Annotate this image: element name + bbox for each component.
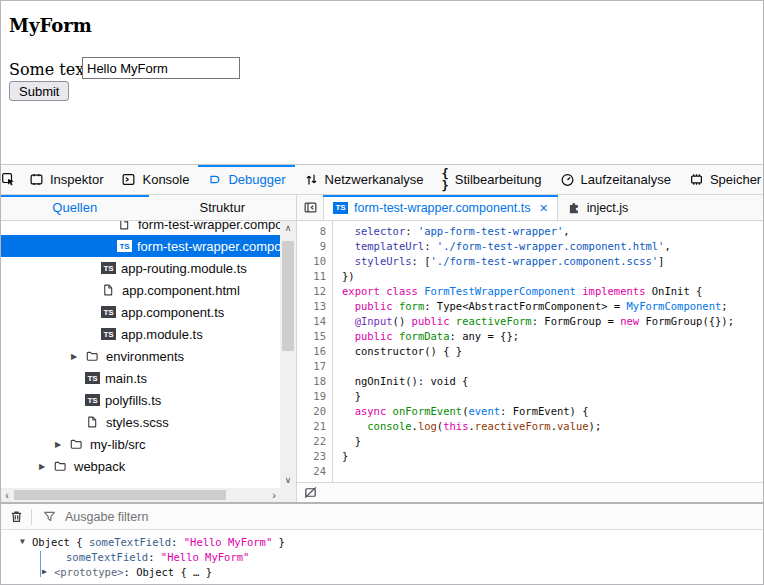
expand-arrow-icon[interactable]: ▶: [39, 462, 53, 471]
tab-label: Debugger: [228, 172, 285, 187]
tab-laufzeitanalyse[interactable]: Laufzeitanalyse: [551, 165, 680, 194]
tree-item[interactable]: TSmain.ts: [1, 367, 280, 389]
tree-item[interactable]: TSform-test-wrapper.component.ts: [1, 235, 280, 257]
sources-tab-quellen[interactable]: Quellen: [1, 195, 149, 220]
tree-vertical-scrollbar[interactable]: ∧ ∨: [280, 221, 296, 488]
code-line[interactable]: 22 }: [297, 434, 763, 449]
scroll-down-icon[interactable]: ∨: [280, 476, 296, 485]
pick-element-icon: [1, 172, 16, 187]
code-line[interactable]: 15 public formData: any = {};: [297, 329, 763, 344]
horizontal-scroll-thumb[interactable]: [14, 490, 226, 500]
tree-item[interactable]: ▶environments: [1, 345, 280, 367]
code-text: console.log(this.reactiveForm.value);: [332, 419, 601, 434]
code-text: public form: Type<AbstractFormComponent>…: [332, 299, 728, 314]
expand-arrow-icon[interactable]: ▶: [55, 440, 69, 449]
tab-inspektor[interactable]: Inspektor: [20, 165, 112, 194]
expand-arrow-icon[interactable]: ▶: [71, 352, 85, 361]
collapse-sources-panel-button[interactable]: [297, 195, 323, 220]
submit-button[interactable]: Submit: [9, 81, 69, 101]
tree-item[interactable]: TSapp.component.ts: [1, 301, 280, 323]
code-line[interactable]: 10 styleUrls: ['./form-test-wrapper.comp…: [297, 254, 763, 269]
line-number[interactable]: 20: [297, 404, 332, 419]
code-text: selector: 'app-form-test-wrapper',: [332, 224, 570, 239]
console-filter-input[interactable]: [63, 509, 307, 525]
source-editor: TSform-test-wrapper.component.ts×inject.…: [297, 195, 763, 502]
scroll-left-icon[interactable]: ‹: [1, 488, 13, 502]
code-line[interactable]: 13 public form: Type<AbstractFormCompone…: [297, 299, 763, 314]
vertical-scroll-thumb[interactable]: [282, 241, 294, 351]
line-number[interactable]: 23: [297, 449, 332, 464]
code-line[interactable]: 12export class FormTestWrapperComponent …: [297, 284, 763, 299]
tab-konsole[interactable]: Konsole: [112, 165, 198, 194]
line-number[interactable]: 12: [297, 284, 332, 299]
tree-horizontal-scrollbar[interactable]: ‹ ›: [1, 488, 280, 502]
code-line[interactable]: 17: [297, 359, 763, 374]
trash-icon: [9, 509, 24, 524]
line-number[interactable]: 21: [297, 419, 332, 434]
pick-element-button[interactable]: [1, 165, 16, 194]
code-line[interactable]: 9 templateUrl: './form-test-wrapper.comp…: [297, 239, 763, 254]
typescript-badge-icon: TS: [85, 372, 100, 384]
tree-item[interactable]: ▶my-lib/src: [1, 433, 280, 455]
line-number[interactable]: 10: [297, 254, 332, 269]
code-line[interactable]: 16 constructor() { }: [297, 344, 763, 359]
code-line[interactable]: 11}): [297, 269, 763, 284]
tab-label: Inspektor: [50, 172, 103, 187]
tab-speicher[interactable]: Speicher: [680, 165, 764, 194]
line-number[interactable]: 8: [297, 224, 332, 239]
scroll-up-icon[interactable]: ∧: [280, 224, 296, 233]
line-number[interactable]: 11: [297, 269, 332, 284]
code-line[interactable]: 21 console.log(this.reactiveForm.value);: [297, 419, 763, 434]
tree-item[interactable]: styles.scss: [1, 411, 280, 433]
clear-console-button[interactable]: [1, 509, 31, 524]
code-view[interactable]: 8 selector: 'app-form-test-wrapper',9 te…: [297, 221, 763, 482]
tree-item[interactable]: TSpolyfills.ts: [1, 389, 280, 411]
code-line[interactable]: 20 async onFormEvent(event: FormEvent) {: [297, 404, 763, 419]
tab-label: Struktur: [199, 200, 245, 215]
console-log-row[interactable]: ▶<prototype>: Object { … }: [1, 564, 763, 579]
scroll-right-icon[interactable]: ›: [268, 488, 280, 502]
expand-arrow-icon[interactable]: ▼: [20, 537, 32, 546]
line-number[interactable]: 9: [297, 239, 332, 254]
tree-item-label: app.component.ts: [121, 305, 224, 320]
line-number[interactable]: 16: [297, 344, 332, 359]
line-number[interactable]: 14: [297, 314, 332, 329]
line-number[interactable]: 18: [297, 374, 332, 389]
code-line[interactable]: 14 @Input() public reactiveForm: FormGro…: [297, 314, 763, 329]
tab-debugger[interactable]: Debugger: [198, 165, 294, 194]
sources-tab-struktur[interactable]: Struktur: [149, 195, 297, 220]
expand-arrow-icon[interactable]: ▶: [42, 567, 54, 576]
file-icon: [85, 415, 101, 429]
line-number[interactable]: 24: [297, 464, 332, 479]
tab-stilbearbeitung[interactable]: { }Stilbearbeitung: [433, 165, 551, 194]
tab-netzwerkanalyse[interactable]: Netzwerkanalyse: [295, 165, 433, 194]
tree-item[interactable]: app.component.html: [1, 279, 280, 301]
tree-item[interactable]: ▶webpack: [1, 455, 280, 477]
panel-toggle-icon: [303, 200, 318, 215]
line-number[interactable]: 15: [297, 329, 332, 344]
tree-item[interactable]: TSapp-routing.module.ts: [1, 257, 280, 279]
tree-item[interactable]: TSapp.module.ts: [1, 323, 280, 345]
console-log-row[interactable]: someTextField: "Hello MyForm": [1, 549, 763, 564]
blackbox-source-button[interactable]: [303, 485, 318, 500]
line-number[interactable]: 13: [297, 299, 332, 314]
some-text-input[interactable]: [82, 57, 240, 79]
tree-item[interactable]: form-test-wrapper.component.html: [1, 221, 280, 235]
line-number[interactable]: 19: [297, 389, 332, 404]
editor-tab[interactable]: inject.js: [558, 195, 638, 220]
code-line[interactable]: 19 }: [297, 389, 763, 404]
editor-tab[interactable]: TSform-test-wrapper.component.ts×: [323, 195, 558, 220]
code-line[interactable]: 18 ngOnInit(): void {: [297, 374, 763, 389]
code-line[interactable]: 8 selector: 'app-form-test-wrapper',: [297, 224, 763, 239]
close-tab-icon[interactable]: ×: [539, 200, 547, 216]
console-log-row[interactable]: ▼Object { someTextField: "Hello MyForm" …: [1, 534, 763, 549]
line-number[interactable]: 17: [297, 359, 332, 374]
typescript-badge-icon: TS: [117, 240, 132, 252]
code-line[interactable]: 23}: [297, 449, 763, 464]
code-text: }: [332, 434, 361, 449]
tree-item-label: environments: [106, 349, 184, 364]
code-line[interactable]: 24: [297, 464, 763, 479]
tree-item-label: app.component.html: [122, 283, 240, 298]
line-number[interactable]: 22: [297, 434, 332, 449]
tab-label: Laufzeitanalyse: [581, 172, 671, 187]
